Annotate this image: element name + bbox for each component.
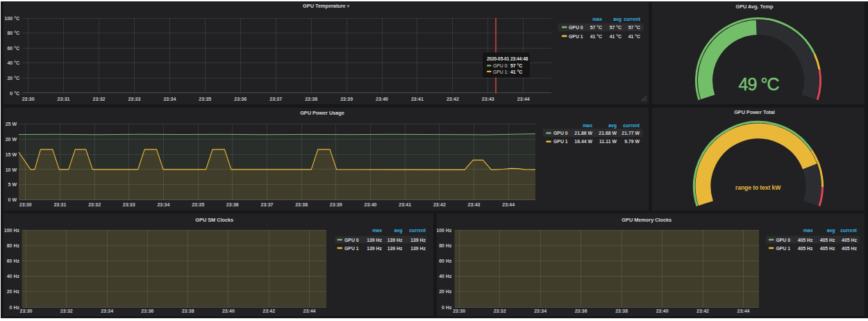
svg-text:GPU 1:: GPU 1: (493, 69, 508, 74)
svg-text:23:39: 23:39 (330, 202, 342, 207)
svg-text:80 °C: 80 °C (7, 31, 19, 35)
svg-text:57 °C: 57 °C (510, 63, 522, 68)
svg-text:405 Hz: 405 Hz (819, 237, 835, 242)
svg-text:139 Hz: 139 Hz (367, 245, 382, 250)
svg-text:15 W: 15 W (6, 152, 17, 157)
svg-text:23:30: 23:30 (22, 97, 35, 101)
svg-text:23:43: 23:43 (482, 97, 494, 101)
svg-text:60 Hz: 60 Hz (7, 258, 20, 263)
svg-text:40 Hz: 40 Hz (439, 274, 452, 279)
svg-text:23:39: 23:39 (340, 97, 353, 101)
svg-text:100 °C: 100 °C (5, 15, 19, 20)
svg-text:23:44: 23:44 (517, 97, 530, 101)
svg-text:GPU 1: GPU 1 (776, 245, 790, 250)
svg-text:23:37: 23:37 (269, 97, 282, 101)
svg-text:23:32: 23:32 (93, 97, 106, 101)
svg-text:100 Hz: 100 Hz (437, 227, 452, 232)
svg-text:23:36: 23:36 (574, 308, 587, 313)
svg-text:23:42: 23:42 (696, 308, 709, 313)
svg-text:10 W: 10 W (6, 167, 17, 172)
svg-text:21.77 W: 21.77 W (621, 131, 640, 135)
svg-text:GPU 1: GPU 1 (344, 245, 359, 250)
svg-text:139 Hz: 139 Hz (367, 237, 382, 242)
svg-text:23:34: 23:34 (534, 308, 546, 313)
svg-text:GPU 0: GPU 0 (553, 131, 568, 135)
svg-text:41 °C: 41 °C (610, 33, 621, 38)
svg-text:40 Hz: 40 Hz (7, 274, 20, 279)
svg-text:20 Hz: 20 Hz (439, 289, 452, 294)
svg-text:current: current (624, 17, 640, 22)
svg-text:41 °C: 41 °C (628, 33, 640, 38)
svg-text:max: max (372, 228, 382, 233)
svg-text:GPU 0:: GPU 0: (493, 63, 508, 68)
svg-text:405 Hz: 405 Hz (819, 245, 835, 250)
svg-text:49 °C: 49 °C (738, 74, 779, 93)
svg-text:23:35: 23:35 (192, 202, 204, 207)
svg-text:23:31: 23:31 (58, 97, 70, 101)
svg-text:21.86 W: 21.86 W (574, 131, 592, 135)
svg-text:23:33: 23:33 (123, 202, 135, 207)
svg-text:current: current (623, 123, 640, 128)
svg-text:80 Hz: 80 Hz (439, 242, 452, 247)
svg-text:57 °C: 57 °C (610, 24, 621, 29)
svg-text:max: max (592, 17, 602, 22)
svg-text:23:38: 23:38 (182, 308, 194, 313)
svg-text:avg: avg (608, 123, 617, 129)
svg-text:23:30: 23:30 (19, 202, 32, 207)
svg-text:23:42: 23:42 (446, 97, 459, 101)
svg-text:23:38: 23:38 (295, 202, 308, 207)
svg-text:20 °C: 20 °C (7, 75, 19, 80)
svg-text:23:36: 23:36 (234, 97, 247, 101)
svg-text:23:44: 23:44 (737, 308, 749, 313)
svg-text:23:34: 23:34 (101, 308, 113, 313)
svg-text:23:42: 23:42 (433, 202, 446, 207)
svg-text:23:41: 23:41 (411, 97, 424, 101)
svg-text:23:38: 23:38 (305, 97, 317, 101)
svg-text:5 W: 5 W (8, 182, 17, 187)
svg-text:23:44: 23:44 (502, 202, 515, 207)
svg-text:40 °C: 40 °C (7, 60, 19, 65)
svg-text:23:38: 23:38 (615, 308, 628, 313)
svg-text:20 Hz: 20 Hz (7, 289, 20, 294)
svg-text:9.79 W: 9.79 W (624, 139, 640, 144)
svg-text:avg: avg (826, 228, 835, 233)
svg-text:60 °C: 60 °C (7, 45, 19, 50)
svg-text:11.11 W: 11.11 W (599, 139, 617, 144)
svg-text:23:41: 23:41 (399, 202, 411, 207)
svg-text:23:34: 23:34 (163, 97, 176, 101)
svg-text:100 Hz: 100 Hz (4, 227, 20, 232)
svg-text:23:35: 23:35 (199, 97, 211, 101)
svg-text:avg: avg (613, 17, 621, 22)
svg-text:21.68 W: 21.68 W (599, 131, 617, 135)
svg-text:23:30: 23:30 (453, 308, 465, 313)
svg-text:GPU 1: GPU 1 (553, 139, 568, 144)
svg-text:GPU 0: GPU 0 (776, 237, 790, 242)
svg-text:20 W: 20 W (6, 137, 17, 142)
svg-text:23:37: 23:37 (261, 202, 274, 207)
svg-text:41 °C: 41 °C (590, 33, 602, 38)
svg-text:0 W: 0 W (8, 197, 17, 202)
svg-text:23:34: 23:34 (157, 202, 169, 207)
svg-text:23:42: 23:42 (262, 308, 275, 313)
svg-text:avg: avg (394, 228, 403, 233)
svg-text:405 Hz: 405 Hz (842, 237, 857, 242)
svg-text:23:30: 23:30 (20, 308, 33, 313)
svg-text:GPU 0: GPU 0 (569, 24, 583, 29)
svg-text:23:36: 23:36 (141, 308, 153, 313)
svg-text:max: max (803, 228, 812, 233)
svg-text:23:31: 23:31 (53, 202, 66, 207)
svg-text:23:44: 23:44 (303, 308, 316, 313)
svg-text:139 Hz: 139 Hz (410, 237, 426, 242)
svg-text:GPU 1: GPU 1 (569, 33, 583, 38)
svg-text:max: max (583, 123, 592, 128)
svg-text:139 Hz: 139 Hz (410, 245, 426, 250)
svg-text:23:43: 23:43 (468, 202, 481, 207)
svg-text:23:32: 23:32 (88, 202, 101, 207)
svg-text:range to text kW: range to text kW (735, 184, 781, 191)
svg-text:23:32: 23:32 (493, 308, 506, 313)
svg-text:80 Hz: 80 Hz (7, 242, 20, 247)
svg-text:2020-05-01 23:44:48: 2020-05-01 23:44:48 (487, 56, 528, 60)
svg-text:16.44 W: 16.44 W (574, 139, 592, 144)
svg-text:57 °C: 57 °C (628, 24, 640, 29)
svg-text:23:40: 23:40 (656, 308, 668, 313)
